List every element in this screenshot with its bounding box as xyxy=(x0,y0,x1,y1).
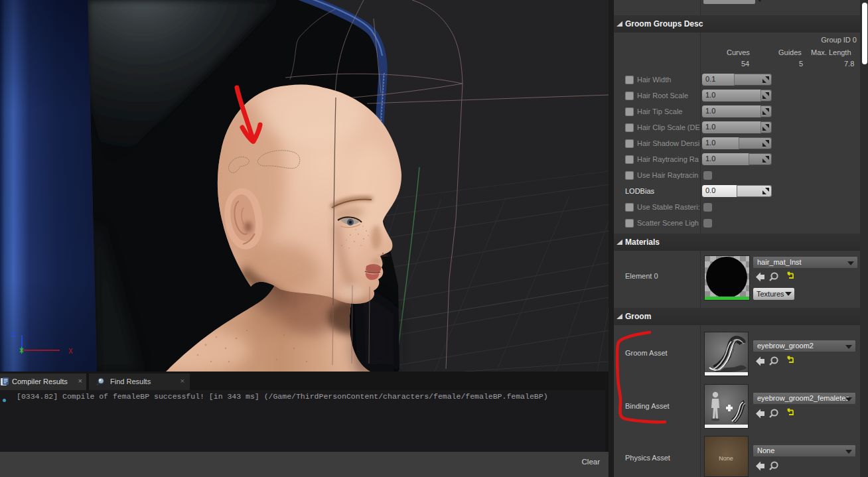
svg-text:Z: Z xyxy=(11,330,16,338)
svg-text:None: None xyxy=(719,455,733,462)
svg-text:X: X xyxy=(68,348,73,355)
